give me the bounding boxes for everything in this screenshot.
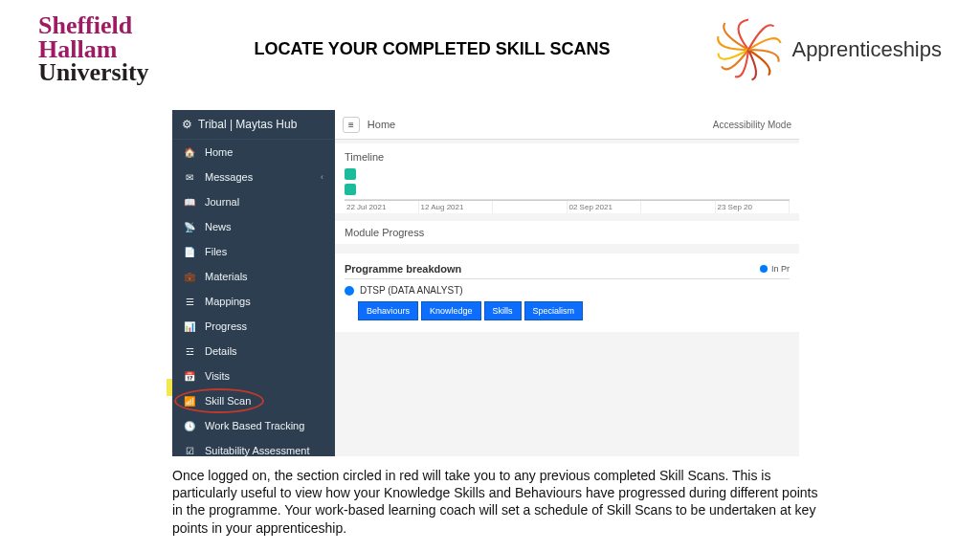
legend-text: In Pr [771, 264, 790, 274]
clock-icon: 🕓 [184, 420, 195, 431]
timeline-date: 02 Sep 2021 [568, 201, 642, 213]
shu-logo: Sheffield Hallam University [38, 14, 149, 85]
sidebar-item-progress[interactable]: 📊Progress [172, 314, 335, 339]
module-panel: Programme breakdown In Pr DTSP (DATA ANA… [335, 253, 799, 332]
timeline-date: 23 Sep 20 [716, 201, 791, 213]
timeline-dates: 22 Jul 202112 Aug 202102 Sep 202123 Sep … [345, 200, 790, 213]
chip-behaviours[interactable]: Behaviours [358, 301, 418, 320]
app-screenshot: ⚙ Tribal | Maytas Hub 🏠Home✉Messages‹📖Jo… [172, 110, 799, 456]
content-area: ≡ Home Accessibility Mode Timeline 22 Ju… [335, 110, 799, 456]
home-icon: 🏠 [184, 146, 195, 158]
legend-dot-icon [760, 265, 768, 273]
sunburst-icon [715, 16, 782, 83]
programme-breakdown-title: Programme breakdown [345, 259, 760, 278]
sidebar-item-work-based-tracking[interactable]: 🕓Work Based Tracking [172, 413, 335, 438]
timeline-date [641, 201, 716, 213]
legend: In Pr [760, 264, 790, 274]
sidebar-item-label: Suitability Assessment [205, 445, 309, 456]
page-title: LOCATE YOUR COMPLETED SKILL SCANS [254, 39, 610, 60]
timeline-event[interactable] [345, 184, 356, 195]
programme-row[interactable]: DTSP (DATA ANALYST) [345, 279, 790, 301]
book-icon: 📖 [184, 196, 195, 208]
timeline-date: 22 Jul 2021 [345, 201, 419, 213]
apprenticeships-logo: Apprenticeships [715, 16, 942, 83]
sidebar-item-journal[interactable]: 📖Journal [172, 189, 335, 214]
sidebar-item-label: Home [205, 146, 233, 158]
list-icon: ☰ [184, 296, 195, 307]
menu-toggle-button[interactable]: ≡ [343, 117, 360, 133]
sidebar-item-label: Journal [205, 196, 239, 208]
sidebar-item-suitability-assessment[interactable]: ☑Suitability Assessment [172, 438, 335, 463]
sidebar-item-label: Materials [205, 271, 248, 282]
timeline-panel: Timeline 22 Jul 202112 Aug 202102 Sep 20… [335, 143, 799, 213]
sidebar-item-skill-scan[interactable]: 📶Skill Scan [172, 388, 335, 413]
sidebar: ⚙ Tribal | Maytas Hub 🏠Home✉Messages‹📖Jo… [172, 110, 335, 456]
sidebar-item-materials[interactable]: 💼Materials [172, 264, 335, 289]
apprenticeships-text: Apprenticeships [791, 37, 942, 62]
sidebar-item-visits[interactable]: 📅Visits [172, 364, 335, 388]
timeline-label: Timeline [345, 147, 790, 166]
programme-name: DTSP (DATA ANALYST) [360, 285, 463, 296]
timeline-event[interactable] [345, 168, 356, 180]
chip-skills[interactable]: Skills [484, 301, 522, 320]
brand-text: Tribal | Maytas Hub [198, 118, 297, 131]
chips-row: BehavioursKnowledgeSkillsSpecialism [345, 301, 790, 326]
check-icon: ☑ [184, 445, 195, 456]
sidebar-item-messages[interactable]: ✉Messages‹ [172, 165, 335, 189]
sidebar-item-home[interactable]: 🏠Home [172, 140, 335, 165]
chip-specialism[interactable]: Specialism [524, 301, 584, 320]
status-dot-icon [345, 286, 354, 296]
sidebar-item-label: News [205, 221, 232, 232]
timeline-track [345, 166, 790, 200]
gear-icon: ⚙ [182, 118, 192, 131]
chip-knowledge[interactable]: Knowledge [421, 301, 481, 320]
timeline-date [493, 201, 568, 213]
sidebar-item-label: Messages [205, 171, 253, 183]
sidebar-item-label: Details [205, 345, 237, 357]
file-icon: 📄 [184, 246, 195, 257]
sidebar-item-news[interactable]: 📡News [172, 214, 335, 239]
lines-icon: ☲ [184, 345, 195, 357]
sidebar-item-details[interactable]: ☲Details [172, 339, 335, 364]
rss-icon: 📡 [184, 221, 195, 232]
sidebar-item-label: Skill Scan [205, 395, 251, 407]
sidebar-item-label: Mappings [205, 296, 251, 307]
chart-icon: 📊 [184, 320, 195, 332]
topbar: ≡ Home Accessibility Mode [335, 110, 799, 140]
bars-icon: 📶 [184, 395, 195, 407]
accessibility-mode[interactable]: Accessibility Mode [713, 120, 791, 130]
caption-text: Once logged on, the section circled in r… [172, 467, 823, 537]
envelope-icon: ✉ [184, 171, 195, 183]
briefcase-icon: 💼 [184, 271, 195, 282]
sidebar-item-mappings[interactable]: ☰Mappings [172, 289, 335, 314]
sidebar-item-label: Work Based Tracking [205, 420, 304, 431]
sidebar-item-label: Progress [205, 320, 247, 332]
chevron-left-icon: ‹ [321, 172, 323, 182]
logo-line3: University [38, 61, 149, 85]
sidebar-item-files[interactable]: 📄Files [172, 239, 335, 264]
calendar-icon: 📅 [184, 370, 195, 382]
module-progress-label: Module Progress [335, 221, 799, 244]
sidebar-brand: ⚙ Tribal | Maytas Hub [172, 110, 335, 140]
breadcrumb[interactable]: Home [368, 119, 395, 130]
timeline-date: 12 Aug 2021 [419, 201, 494, 213]
sidebar-item-label: Files [205, 246, 227, 257]
sidebar-item-label: Visits [205, 370, 230, 382]
logo-line1: Sheffield [38, 14, 149, 38]
